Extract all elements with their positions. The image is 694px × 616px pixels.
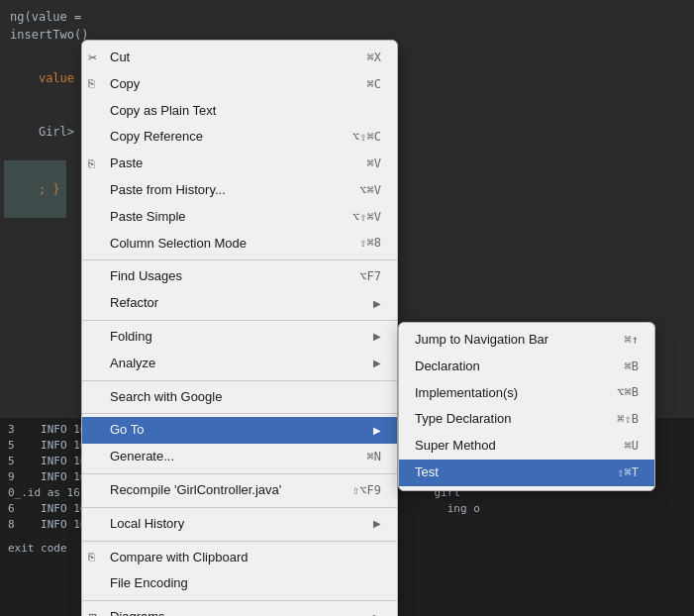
paste-history-label: Paste from History...: [110, 180, 226, 201]
generate-shortcut: ⌘N: [367, 448, 381, 466]
type-decl-shortcut: ⌘⇧B: [617, 410, 639, 429]
code-line-1: ng(value =: [4, 8, 690, 26]
col-mode-shortcut: ⇧⌘8: [359, 234, 381, 253]
menu-item-recompile[interactable]: Recompile 'GirlController.java' ⇧⌥F9: [82, 477, 397, 504]
separator-7: [82, 541, 397, 542]
menu-item-search-google[interactable]: Search with Google: [82, 384, 397, 411]
menu-item-copy-plain[interactable]: Copy as Plain Text: [82, 98, 397, 125]
declaration-shortcut: ⌘B: [625, 358, 639, 376]
search-google-label: Search with Google: [110, 387, 222, 408]
file-encoding-label: File Encoding: [110, 573, 188, 594]
analyze-arrow: ▶: [373, 356, 381, 371]
menu-item-col-mode[interactable]: Column Selection Mode ⇧⌘8: [82, 231, 397, 257]
menu-item-generate[interactable]: Generate... ⌘N: [82, 444, 397, 470]
analyze-label: Analyze: [110, 354, 155, 374]
menu-item-goto[interactable]: Go To ▶: [82, 417, 397, 444]
copy-plain-label: Copy as Plain Text: [110, 101, 216, 122]
cut-label: Cut: [110, 48, 130, 68]
local-history-arrow: ▶: [373, 516, 381, 532]
menu-item-copy-ref[interactable]: Copy Reference ⌥⇧⌘C: [82, 124, 397, 151]
generate-label: Generate...: [110, 447, 174, 467]
super-method-label: Super Method: [415, 436, 496, 457]
find-usages-shortcut: ⌥F7: [359, 267, 381, 286]
separator-5: [82, 473, 397, 474]
menu-item-local-history[interactable]: Local History ▶: [82, 511, 397, 538]
menu-item-compare-clipboard[interactable]: ⎘ Compare with Clipboard: [82, 545, 397, 571]
menu-item-cut[interactable]: ✂ Cut ⌘X: [82, 45, 397, 71]
cut-shortcut: ⌘X: [367, 49, 381, 67]
refactor-label: Refactor: [110, 293, 158, 314]
submenu-item-type-decl[interactable]: Type Declaration ⌘⇧B: [399, 406, 654, 433]
implementations-shortcut: ⌥⌘B: [617, 383, 639, 402]
local-history-label: Local History: [110, 514, 184, 535]
separator-1: [82, 259, 397, 260]
paste-history-shortcut: ⌥⌘V: [359, 181, 381, 200]
menu-item-refactor[interactable]: Refactor ▶: [82, 290, 397, 317]
diagrams-label: Diagrams: [110, 607, 165, 616]
jump-nav-label: Jump to Navigation Bar: [415, 330, 548, 351]
col-mode-label: Column Selection Mode: [110, 234, 247, 255]
compare-clipboard-label: Compare with Clipboard: [110, 548, 248, 568]
separator-4: [82, 413, 397, 414]
menu-item-folding[interactable]: Folding ▶: [82, 324, 397, 351]
separator-2: [82, 320, 397, 321]
compare-icon: ⎘: [88, 549, 95, 566]
goto-submenu: Jump to Navigation Bar ⌘↑ Declaration ⌘B…: [398, 322, 655, 491]
folding-label: Folding: [110, 327, 152, 348]
context-menu: ✂ Cut ⌘X ⎘ Copy ⌘C Copy as Plain Text Co…: [81, 40, 398, 616]
menu-item-analyze[interactable]: Analyze ▶: [82, 351, 397, 377]
copy-ref-shortcut: ⌥⇧⌘C: [352, 128, 381, 147]
cut-icon: ✂: [88, 50, 97, 67]
copy-ref-label: Copy Reference: [110, 127, 203, 148]
goto-arrow: ▶: [373, 423, 381, 439]
recompile-label: Recompile 'GirlController.java': [110, 480, 281, 501]
goto-label: Go To: [110, 420, 144, 441]
copy-label: Copy: [110, 74, 140, 95]
paste-icon: ⎘: [88, 155, 95, 173]
separator-3: [82, 380, 397, 381]
menu-item-find-usages[interactable]: Find Usages ⌥F7: [82, 263, 397, 290]
menu-item-file-encoding[interactable]: File Encoding: [82, 570, 397, 597]
submenu-item-test[interactable]: Test ⇧⌘T: [399, 460, 654, 486]
paste-simple-shortcut: ⌥⇧⌘V: [352, 208, 381, 227]
menu-item-paste-simple[interactable]: Paste Simple ⌥⇧⌘V: [82, 204, 397, 231]
paste-shortcut: ⌘V: [367, 154, 381, 173]
menu-item-paste[interactable]: ⎘ Paste ⌘V: [82, 151, 397, 177]
submenu-item-declaration[interactable]: Declaration ⌘B: [399, 354, 654, 380]
implementations-label: Implementation(s): [415, 383, 518, 404]
separator-6: [82, 507, 397, 508]
refactor-arrow: ▶: [373, 296, 381, 312]
paste-simple-label: Paste Simple: [110, 207, 186, 228]
folding-arrow: ▶: [373, 329, 381, 345]
submenu-item-jump-nav[interactable]: Jump to Navigation Bar ⌘↑: [399, 327, 654, 354]
diagrams-arrow: ▶: [373, 610, 381, 616]
copy-icon: ⎘: [88, 75, 95, 93]
super-method-shortcut: ⌘U: [625, 437, 639, 456]
recompile-shortcut: ⇧⌥F9: [352, 481, 381, 500]
paste-label: Paste: [110, 154, 143, 174]
type-decl-label: Type Declaration: [415, 409, 512, 430]
find-usages-label: Find Usages: [110, 266, 182, 287]
diagrams-icon: ⊞: [88, 609, 97, 616]
declaration-label: Declaration: [415, 357, 480, 377]
copy-shortcut: ⌘C: [367, 75, 381, 94]
submenu-item-super-method[interactable]: Super Method ⌘U: [399, 433, 654, 460]
menu-item-diagrams[interactable]: ⊞ Diagrams ▶: [82, 604, 397, 616]
separator-8: [82, 600, 397, 601]
test-label: Test: [415, 462, 439, 483]
exit-code-text: exit code: [8, 542, 67, 555]
submenu-item-implementations[interactable]: Implementation(s) ⌥⌘B: [399, 380, 654, 407]
menu-item-paste-history[interactable]: Paste from History... ⌥⌘V: [82, 177, 397, 204]
menu-item-copy[interactable]: ⎘ Copy ⌘C: [82, 71, 397, 98]
jump-nav-shortcut: ⌘↑: [625, 331, 639, 350]
code-line-highlight: ; }: [4, 160, 66, 218]
test-shortcut: ⇧⌘T: [617, 463, 639, 482]
